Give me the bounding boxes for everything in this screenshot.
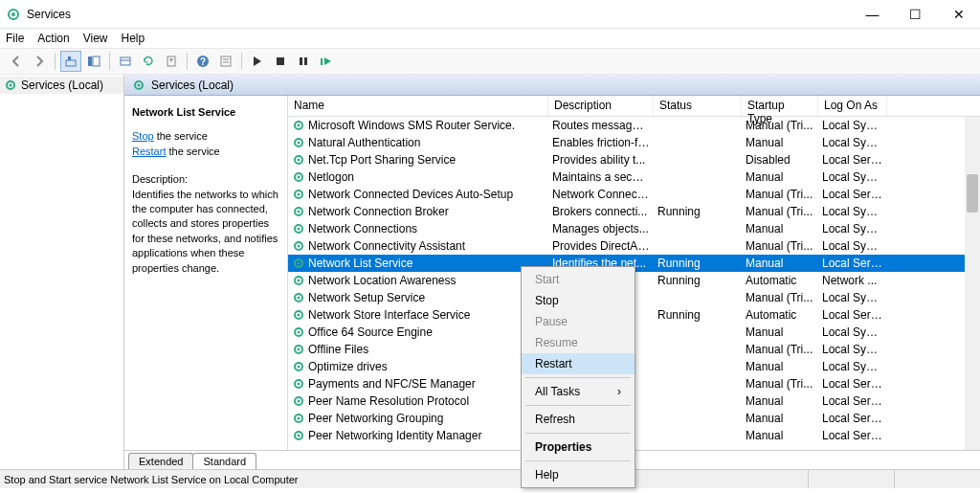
tab-extended[interactable]: Extended (128, 453, 193, 469)
service-startup: Manual (742, 360, 818, 373)
stop-service-button[interactable] (270, 51, 291, 72)
service-startup: Automatic (742, 274, 818, 287)
service-desc: Enables friction-fr... (548, 136, 654, 149)
svg-text:?: ? (200, 56, 206, 67)
service-name: Peer Name Resolution Protocol (308, 394, 469, 408)
service-name: Network Connected Devices Auto-Setup (308, 188, 513, 201)
service-logon: Local Serv... (818, 188, 887, 201)
description-label: Description: (132, 172, 279, 187)
service-startup: Manual (Tri... (742, 205, 818, 218)
service-row[interactable]: NetlogonMaintains a secur...ManualLocal … (288, 168, 980, 186)
service-logon: Local Syst... (818, 222, 887, 235)
service-status: Running (654, 308, 742, 322)
service-row[interactable]: Natural AuthenticationEnables friction-f… (288, 134, 980, 151)
svg-point-19 (10, 84, 12, 87)
gear-icon (292, 274, 305, 287)
up-button[interactable] (60, 51, 81, 72)
window-title: Services (27, 8, 71, 21)
service-startup: Manual (Tri... (742, 377, 818, 391)
vertical-scrollbar[interactable] (965, 117, 980, 450)
service-startup: Manual (742, 222, 818, 235)
service-name: Netlogon (308, 170, 354, 184)
service-desc: Maintains a secur... (548, 170, 654, 184)
show-hide-tree-button[interactable] (83, 51, 104, 72)
col-header-status[interactable]: Status (654, 96, 742, 116)
service-name: Offline Files (308, 343, 368, 356)
selected-service-name: Network List Service (132, 105, 279, 120)
context-menu-item-properties[interactable]: Properties (522, 437, 635, 458)
minimize-button[interactable]: — (851, 0, 894, 29)
forward-button[interactable] (29, 51, 50, 72)
scrollbar-thumb[interactable] (967, 174, 978, 213)
restart-service-link[interactable]: Restart (132, 146, 166, 157)
service-logon: Local Syst... (818, 343, 887, 356)
service-logon: Local Syst... (818, 205, 887, 218)
back-button[interactable] (6, 51, 27, 72)
gear-icon (132, 78, 145, 92)
explorer-button[interactable] (115, 51, 136, 72)
svg-point-23 (298, 124, 301, 127)
svg-rect-16 (304, 57, 307, 65)
service-startup: Manual (742, 429, 818, 442)
context-menu-item-all-tasks[interactable]: All Tasks (522, 381, 635, 402)
service-row[interactable]: Net.Tcp Port Sharing ServiceProvides abi… (288, 151, 980, 168)
context-menu-item-stop[interactable]: Stop (522, 290, 635, 311)
svg-rect-17 (321, 58, 323, 65)
svg-point-35 (298, 228, 301, 231)
svg-point-31 (298, 193, 301, 196)
service-startup: Manual (Tri... (742, 291, 818, 304)
col-header-logon[interactable]: Log On As (818, 96, 887, 116)
context-menu-item-help[interactable]: Help (522, 464, 635, 485)
context-menu-item-resume: Resume (522, 332, 635, 353)
col-header-name[interactable]: Name (288, 96, 548, 116)
svg-point-29 (298, 176, 301, 179)
context-menu-item-restart[interactable]: Restart (522, 353, 635, 374)
maximize-button[interactable]: ☐ (894, 0, 937, 29)
export-button[interactable] (161, 51, 182, 72)
statusbar-text: Stop and Start service Network List Serv… (4, 474, 299, 485)
service-startup: Manual (742, 412, 818, 425)
service-row[interactable]: Network Connection BrokerBrokers connect… (288, 203, 980, 220)
menu-help[interactable]: Help (122, 32, 145, 45)
restart-service-button[interactable] (316, 51, 337, 72)
service-name: Network Store Interface Service (308, 308, 470, 322)
menu-action[interactable]: Action (37, 32, 69, 45)
stop-service-line: Stop the service (132, 129, 279, 144)
service-startup: Manual (Tri... (742, 188, 818, 201)
service-row[interactable]: Network ConnectionsManages objects...Man… (288, 220, 980, 237)
svg-point-55 (298, 400, 301, 403)
gear-icon (292, 394, 305, 408)
col-header-startup[interactable]: Startup Type (742, 96, 818, 116)
start-service-button[interactable] (247, 51, 268, 72)
service-desc: Provides ability t... (548, 153, 654, 167)
gear-icon (292, 257, 305, 270)
service-row[interactable]: Network Connectivity AssistantProvides D… (288, 237, 980, 255)
refresh-button[interactable] (138, 51, 159, 72)
svg-point-39 (298, 262, 301, 265)
service-startup: Manual (Tri... (742, 119, 818, 132)
pause-service-button[interactable] (293, 51, 314, 72)
stop-service-link[interactable]: Stop (132, 130, 154, 142)
gear-icon (292, 170, 305, 184)
menu-view[interactable]: View (83, 32, 108, 45)
service-row[interactable]: Microsoft Windows SMS Router Service.Rou… (288, 117, 980, 134)
context-menu-item-refresh[interactable]: Refresh (522, 409, 635, 430)
tree-item-label: Services (Local) (21, 78, 103, 92)
menu-file[interactable]: File (6, 32, 24, 45)
service-row[interactable]: Network Connected Devices Auto-SetupNetw… (288, 186, 980, 203)
service-status: Running (654, 257, 742, 270)
service-name: Payments and NFC/SE Manager (308, 377, 476, 391)
gear-icon (292, 188, 305, 201)
gear-icon (4, 78, 17, 92)
tab-standard[interactable]: Standard (192, 453, 256, 469)
help-toolbar-button[interactable]: ? (192, 51, 213, 72)
context-menu-separator (525, 460, 631, 461)
tree-item-services-local[interactable]: Services (Local) (0, 77, 123, 94)
gear-icon (292, 325, 305, 339)
svg-point-45 (298, 314, 301, 317)
service-name: Peer Networking Identity Manager (308, 429, 481, 442)
service-name: Natural Authentication (308, 136, 420, 149)
properties-toolbar-button[interactable] (215, 51, 236, 72)
close-button[interactable]: ✕ (937, 0, 980, 29)
col-header-description[interactable]: Description (548, 96, 654, 116)
